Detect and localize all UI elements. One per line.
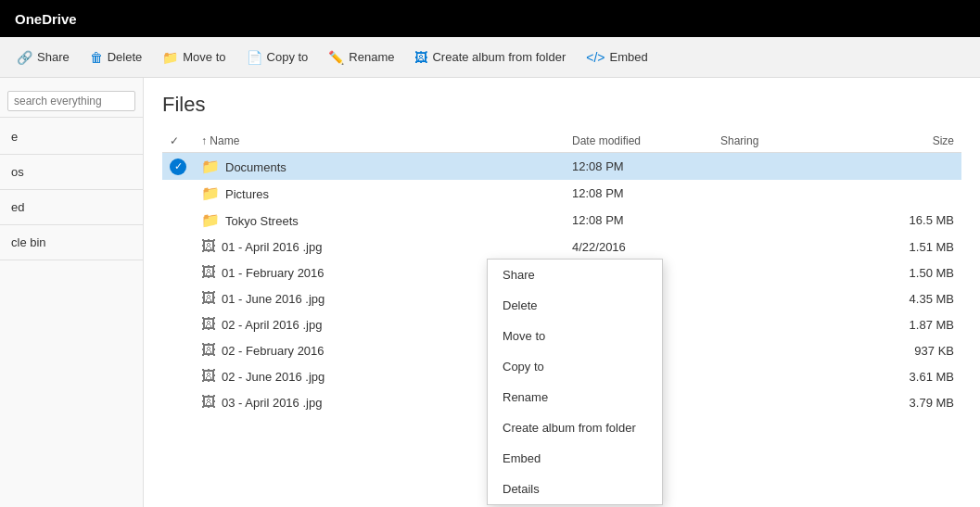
image-icon: 🖼: [201, 264, 216, 280]
sidebar-divider: [0, 224, 143, 225]
row-sharing-cell: [713, 363, 806, 389]
row-sharing-cell: [713, 153, 806, 181]
app-title: OneDrive: [15, 11, 77, 27]
embed-icon: </>: [586, 50, 605, 65]
row-sharing-cell: [713, 180, 806, 207]
row-check-cell[interactable]: [162, 311, 194, 337]
sidebar-item-nav3[interactable]: ed: [0, 196, 143, 219]
folder-icon: 📁: [201, 158, 220, 174]
row-size-cell: [806, 153, 961, 181]
sidebar-divider: [0, 154, 143, 155]
toolbar-share-label: Share: [37, 50, 70, 64]
row-filename: Documents: [225, 160, 286, 174]
image-icon: 🖼: [201, 316, 216, 332]
row-check-cell[interactable]: ✓: [162, 153, 194, 181]
toolbar-share-button[interactable]: 🔗Share: [7, 44, 79, 70]
title-bar: OneDrive: [0, 0, 980, 37]
row-check-cell[interactable]: [162, 234, 194, 260]
context-menu-item-ctx-rename[interactable]: Rename: [488, 382, 662, 412]
context-menu-item-ctx-move[interactable]: Move to: [488, 321, 662, 351]
context-menu-item-ctx-copy[interactable]: Copy to: [488, 351, 662, 382]
row-name-cell[interactable]: 📁Tokyo Streets: [194, 207, 565, 234]
context-menu-item-ctx-album[interactable]: Create album from folder: [488, 412, 662, 443]
toolbar-embed-button[interactable]: </>Embed: [577, 44, 656, 70]
context-menu: ShareDeleteMove toCopy toRenameCreate al…: [487, 259, 663, 505]
row-filename: 01 - June 2016 .jpg: [222, 292, 325, 306]
row-filename: 03 - April 2016 .jpg: [222, 396, 322, 410]
table-row[interactable]: ✓📁Documents12:08 PM: [162, 153, 961, 181]
row-date-cell: 12:08 PM: [565, 180, 713, 207]
size-column-header[interactable]: Size: [806, 130, 961, 153]
toolbar-copy-to-label: Copy to: [267, 50, 309, 64]
row-sharing-cell: [713, 207, 806, 234]
context-menu-item-ctx-embed[interactable]: Embed: [488, 443, 662, 474]
create-album-icon: 🖼: [414, 50, 427, 65]
move-to-icon: 📁: [162, 50, 178, 65]
selected-check-icon: ✓: [170, 158, 186, 175]
toolbar-delete-label: Delete: [108, 50, 143, 64]
row-filename: 01 - February 2016: [222, 266, 325, 280]
name-column-header[interactable]: ↑ Name: [194, 130, 565, 153]
row-check-cell[interactable]: [162, 389, 194, 415]
row-size-cell: 3.79 MB: [806, 389, 961, 415]
row-size-cell: 937 KB: [806, 337, 961, 363]
date-column-header[interactable]: Date modified: [565, 130, 713, 153]
table-header-row: ✓ ↑ Name Date modified Sharing Size: [162, 130, 961, 153]
image-icon: 🖼: [201, 290, 216, 306]
image-icon: 🖼: [201, 342, 216, 358]
row-check-cell[interactable]: [162, 337, 194, 363]
row-check-cell[interactable]: [162, 180, 194, 207]
sidebar: eosedcle bin: [0, 78, 144, 507]
sidebar-divider: [0, 260, 143, 260]
context-menu-item-ctx-share[interactable]: Share: [488, 260, 662, 290]
row-date-cell: 4/22/2016: [565, 234, 713, 260]
sidebar-item-nav2[interactable]: os: [0, 160, 143, 184]
toolbar-rename-label: Rename: [349, 50, 394, 64]
row-name-cell[interactable]: 📁Documents: [194, 153, 565, 181]
image-icon: 🖼: [201, 368, 216, 384]
main-layout: eosedcle bin Files ✓ ↑ Name Date modifie…: [0, 78, 980, 507]
toolbar-delete-button[interactable]: 🗑Delete: [81, 44, 152, 70]
sidebar-item-nav1[interactable]: e: [0, 125, 143, 148]
row-filename: 02 - April 2016 .jpg: [222, 318, 322, 332]
toolbar-move-to-button[interactable]: 📁Move to: [153, 44, 235, 70]
context-menu-item-ctx-delete[interactable]: Delete: [488, 290, 662, 321]
row-sharing-cell: [713, 285, 806, 311]
check-all-header[interactable]: ✓: [162, 130, 194, 153]
toolbar: 🔗Share🗑Delete📁Move to📄Copy to✏️Rename🖼Cr…: [0, 37, 980, 78]
row-check-cell[interactable]: [162, 260, 194, 285]
sidebar-divider: [0, 189, 143, 190]
row-check-cell[interactable]: [162, 285, 194, 311]
delete-icon: 🗑: [90, 50, 103, 65]
row-size-cell: 16.5 MB: [806, 207, 961, 234]
search-input[interactable]: [7, 91, 135, 111]
row-check-cell[interactable]: [162, 363, 194, 389]
content-area: Files ✓ ↑ Name Date modified Sharing: [144, 78, 980, 507]
toolbar-copy-to-button[interactable]: 📄Copy to: [237, 44, 318, 70]
page-title: Files: [162, 93, 961, 117]
folder-icon: 📁: [201, 212, 220, 228]
sharing-column-header[interactable]: Sharing: [713, 130, 806, 153]
search-container: [0, 85, 143, 118]
context-menu-item-ctx-details[interactable]: Details: [488, 474, 662, 504]
sidebar-item-nav4[interactable]: cle bin: [0, 231, 143, 254]
folder-icon: 📁: [201, 185, 220, 201]
toolbar-rename-button[interactable]: ✏️Rename: [319, 44, 403, 70]
toolbar-create-album-label: Create album from folder: [432, 50, 566, 64]
table-row[interactable]: 📁Tokyo Streets12:08 PM16.5 MB: [162, 207, 961, 234]
row-name-cell[interactable]: 🖼01 - April 2016 .jpg: [194, 234, 565, 260]
row-size-cell: 3.61 MB: [806, 363, 961, 389]
toolbar-create-album-button[interactable]: 🖼Create album from folder: [405, 44, 575, 70]
sort-arrow-icon: ↑: [201, 134, 207, 147]
row-check-cell[interactable]: [162, 207, 194, 234]
share-icon: 🔗: [17, 50, 32, 65]
row-sharing-cell: [713, 260, 806, 285]
table-row[interactable]: 🖼01 - April 2016 .jpg4/22/20161.51 MB: [162, 234, 961, 260]
row-name-cell[interactable]: 📁Pictures: [194, 180, 565, 207]
table-row[interactable]: 📁Pictures12:08 PM: [162, 180, 961, 207]
row-sharing-cell: [713, 234, 806, 260]
row-size-cell: 1.51 MB: [806, 234, 961, 260]
row-sharing-cell: [713, 337, 806, 363]
select-all-icon: ✓: [170, 134, 179, 147]
image-icon: 🖼: [201, 238, 216, 254]
